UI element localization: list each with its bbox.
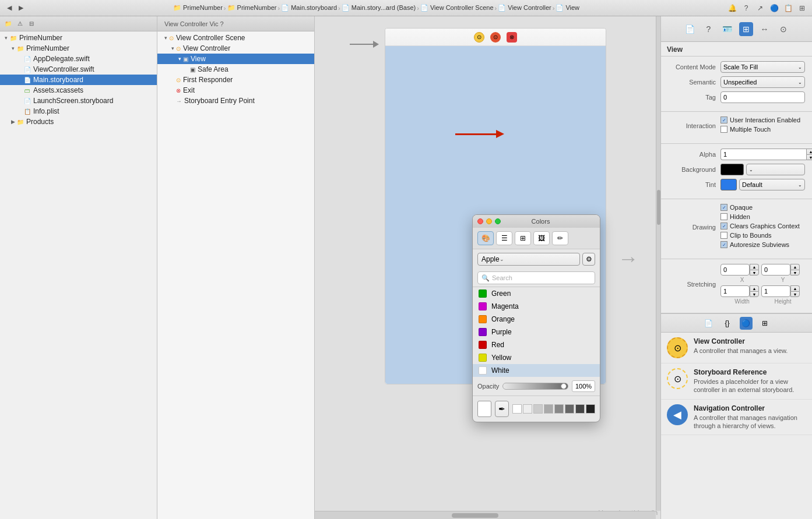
background-swatch[interactable] (720, 164, 744, 175)
stretch-x-decrement[interactable]: ▼ (750, 270, 759, 276)
size-inspector-icon[interactable]: ↔ (758, 22, 772, 36)
mini-swatch[interactable] (544, 404, 553, 414)
color-item-white[interactable]: White (473, 364, 600, 377)
minimize-button[interactable] (486, 218, 492, 224)
close-button[interactable] (477, 218, 483, 224)
sidebar-folder-icon[interactable]: 📁 (3, 19, 13, 29)
lib-files-icon[interactable]: 📄 (702, 317, 715, 330)
breadcrumb-vcscene[interactable]: 📄 View Controller Scene (420, 4, 494, 12)
stretch-y-input[interactable] (761, 264, 790, 276)
file-inspector-icon[interactable]: 📄 (683, 22, 697, 36)
help-icon[interactable]: ? (741, 3, 751, 13)
scheme-icon[interactable]: 🔵 (769, 3, 779, 13)
mini-swatch[interactable] (554, 404, 564, 414)
clip-checkbox[interactable] (720, 232, 727, 239)
quick-help-icon[interactable]: ? (702, 22, 716, 36)
alpha-increment-button[interactable]: ▲ (806, 149, 812, 154)
lib-item-storyboard-ref[interactable]: ⊙ Storyboard Reference Provides a placeh… (661, 363, 812, 400)
sidebar-item-launchscreen[interactable]: 📄 LaunchScreen.storyboard (0, 96, 157, 106)
color-item-magenta[interactable]: Magenta (473, 300, 600, 313)
sidebar-item-appdelegate[interactable]: 📄 AppDelegate.swift (0, 54, 157, 64)
tag-input[interactable] (720, 91, 805, 103)
attributes-inspector-icon[interactable]: ⊞ (739, 22, 753, 36)
mini-swatch[interactable] (512, 404, 522, 414)
stretch-h-increment[interactable]: ▲ (790, 285, 800, 291)
stretch-x-increment[interactable]: ▲ (750, 264, 759, 270)
lib-code-icon[interactable]: {} (721, 317, 734, 330)
outline-item-vc[interactable]: ▾ ⊙ View Controller (157, 43, 314, 54)
mini-swatch[interactable] (586, 404, 595, 414)
mini-swatch[interactable] (575, 404, 585, 414)
nav-back-button[interactable]: ◀ (5, 3, 14, 13)
hidden-checkbox[interactable] (720, 213, 727, 220)
color-item-green[interactable]: Green (473, 287, 600, 300)
stretch-w-increment[interactable]: ▲ (750, 285, 759, 291)
color-item-red[interactable]: Red (473, 338, 600, 351)
outline-item-entrypoint[interactable]: → Storyboard Entry Point (157, 96, 314, 106)
sidebar-filter-icon[interactable]: ⊟ (27, 19, 36, 29)
color-item-yellow[interactable]: Yellow (473, 351, 600, 364)
colors-dropdown[interactable]: Apple ⌄ (477, 253, 580, 266)
colors-tab-wheel[interactable]: 🎨 (477, 231, 494, 245)
lib-media-icon[interactable]: ⊞ (758, 317, 771, 330)
add-icon[interactable]: ⊞ (797, 3, 807, 13)
colors-tab-palette[interactable]: ⊞ (515, 231, 531, 245)
stretch-y-increment[interactable]: ▲ (790, 264, 800, 270)
notification-icon[interactable]: 🔔 (727, 3, 737, 13)
sidebar-item-assets[interactable]: 🗃 Assets.xcassets (0, 85, 157, 96)
colors-tab-crayons[interactable]: ✏ (552, 231, 568, 245)
stretch-h-decrement[interactable]: ▼ (790, 291, 800, 297)
vertical-scrollbar[interactable] (656, 16, 660, 511)
colors-tab-image[interactable]: 🖼 (533, 231, 550, 245)
colors-tab-sliders[interactable]: ☰ (496, 231, 512, 245)
multiple-touch-checkbox[interactable] (720, 126, 727, 133)
content-mode-select[interactable]: Scale To Fill ⌄ (720, 61, 805, 73)
breadcrumb-base[interactable]: 📄 Main.story...ard (Base) (342, 4, 416, 12)
outline-item-vcscene[interactable]: ▾ ⊙ View Controller Scene (157, 33, 314, 43)
colors-gear-button[interactable]: ⚙ (582, 253, 595, 266)
outline-item-view[interactable]: ▾ ▣ View (157, 54, 314, 64)
clears-checkbox[interactable]: ✓ (720, 223, 727, 230)
connections-inspector-icon[interactable]: ⊙ (776, 22, 790, 36)
sidebar-item-mainstoryboard[interactable]: 📄 Main.storyboard (0, 75, 157, 85)
autoresize-checkbox[interactable]: ✓ (720, 241, 727, 248)
canvas-inner[interactable]: ⊙ ⊙ ⊗ 改变背景颜色 → (315, 16, 660, 519)
sidebar-item-viewcontroller[interactable]: 📄 ViewController.swift (0, 64, 157, 75)
breadcrumb-primenumber2[interactable]: 📁 PrimeNumber (227, 4, 277, 12)
color-item-purple[interactable]: Purple (473, 326, 600, 338)
outline-item-safearea[interactable]: ▣ Safe Area (157, 64, 314, 75)
alpha-input[interactable] (720, 149, 806, 160)
stretch-y-decrement[interactable]: ▼ (790, 270, 800, 276)
background-select[interactable]: ⌄ (746, 164, 805, 175)
color-preview[interactable] (477, 401, 491, 417)
eyedropper-button[interactable]: ✒ (495, 401, 509, 417)
mini-swatch[interactable] (533, 404, 543, 414)
maximize-button[interactable] (495, 218, 501, 224)
stretch-w-decrement[interactable]: ▼ (750, 291, 759, 297)
tint-select[interactable]: Default ⌄ (739, 179, 805, 190)
nav-forward-button[interactable]: ▶ (16, 3, 26, 13)
lib-item-viewcontroller[interactable]: ⊙ View Controller A controller that mana… (661, 333, 812, 363)
outline-item-exit[interactable]: ⊗ Exit (157, 85, 314, 96)
sidebar-item-infoplist[interactable]: 📋 Info.plist (0, 106, 157, 116)
sidebar-item-primenumber-group[interactable]: ▾ 📁 PrimeNumber (0, 43, 157, 54)
breadcrumb-mainstoryboard[interactable]: 📄 Main.storyboard (281, 4, 337, 12)
mini-swatch[interactable] (565, 404, 574, 414)
breadcrumb-view[interactable]: 📄 View (556, 4, 579, 12)
identity-inspector-icon[interactable]: 🪪 (720, 22, 734, 36)
mini-swatch[interactable] (523, 404, 532, 414)
share-icon[interactable]: ↗ (755, 3, 765, 13)
sidebar-warning-icon[interactable]: ⚠ (15, 19, 24, 29)
stretch-h-input[interactable] (761, 285, 790, 297)
breadcrumb-primenumber1[interactable]: 📁 PrimeNumber (173, 4, 223, 12)
semantic-select[interactable]: Unspecified ⌄ (720, 76, 805, 88)
layout-icon[interactable]: 📋 (783, 3, 793, 13)
stretch-x-input[interactable] (720, 264, 750, 276)
user-interaction-checkbox[interactable]: ✓ (720, 116, 727, 123)
tint-swatch[interactable] (720, 179, 737, 190)
horizontal-scrollbar[interactable] (315, 511, 656, 519)
color-item-orange[interactable]: Orange (473, 313, 600, 326)
outline-item-firstresponder[interactable]: ⊙ First Responder (157, 75, 314, 85)
stretch-w-input[interactable] (720, 285, 750, 297)
alpha-decrement-button[interactable]: ▼ (806, 154, 812, 160)
